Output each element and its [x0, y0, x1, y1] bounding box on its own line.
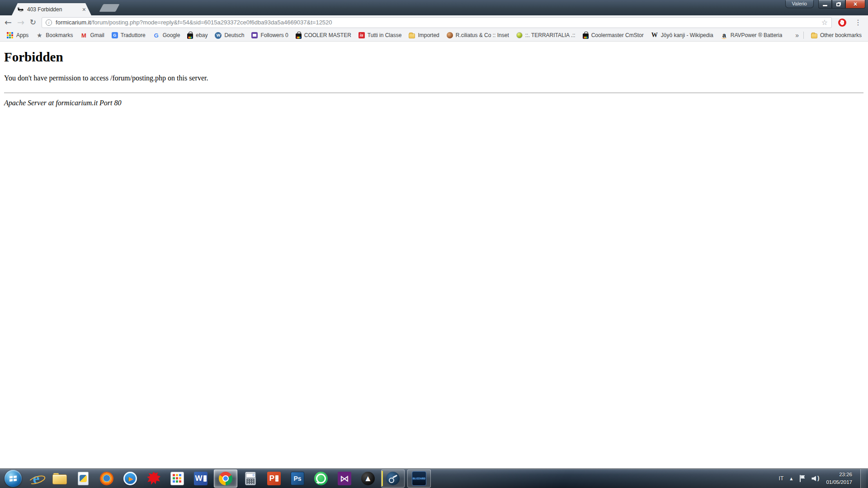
google-icon	[153, 32, 160, 39]
tab-title: 403 Forbidden	[27, 6, 78, 13]
taskbar-firefox[interactable]	[95, 469, 118, 488]
page-info-icon[interactable]: i	[46, 19, 52, 26]
address-bar[interactable]: i formicarium.it/forum/posting.php?mode=…	[42, 17, 832, 28]
firefox-icon	[100, 472, 113, 485]
taskbar-internet-explorer[interactable]	[24, 469, 48, 488]
taskbar-steam[interactable]	[381, 469, 405, 488]
taskbar-photoshop[interactable]	[286, 469, 309, 488]
ppt-icon	[267, 472, 281, 485]
steam-icon	[386, 472, 400, 485]
bookmarks-bar: Apps Bookmarks Gmail Traduttore Google e…	[0, 29, 868, 42]
restore-button[interactable]	[832, 0, 845, 9]
bookmark-terraritalia[interactable]: ::. TERRARITALIA .::	[514, 31, 578, 39]
pixel-creature-icon	[147, 472, 160, 485]
taskbar-chrome[interactable]	[214, 469, 237, 488]
wikipedia-icon	[651, 32, 658, 39]
translate-icon	[112, 32, 118, 38]
bookmark-ebay[interactable]: ebay	[184, 31, 210, 40]
back-icon[interactable]: ←	[5, 18, 12, 27]
color-grid-icon	[170, 472, 184, 485]
reload-icon[interactable]: ↻	[30, 19, 36, 26]
bookmark-cooler-master-cm[interactable]: COOLER MASTER CM	[293, 31, 354, 40]
taskbar-calculator[interactable]	[239, 469, 262, 488]
tray-date: 01/05/2017	[826, 479, 852, 486]
taskbar-powerpoint[interactable]	[262, 469, 286, 488]
taskbar-color-grid-app[interactable]	[165, 469, 189, 488]
restore-icon	[836, 3, 840, 6]
shopping-bag-icon	[296, 33, 302, 39]
adblock-extension-icon[interactable]	[837, 18, 847, 28]
tab-403-forbidden[interactable]: 403 Forbidden ×	[12, 3, 91, 15]
calc-icon	[245, 472, 256, 485]
language-indicator[interactable]: IT	[779, 475, 784, 482]
bookmark-traduttore[interactable]: Traduttore	[109, 31, 148, 39]
profile-badge[interactable]: Valerio	[785, 0, 814, 8]
bookmark-ravpower-batteria[interactable]: RAVPower ® Batteria	[718, 31, 785, 40]
ant-favicon-icon	[17, 6, 24, 13]
error-message: You don't have permission to access /for…	[4, 74, 863, 82]
bookmark-j-y-kanji-wikipedia[interactable]: Jōyō kanji - Wikipedia	[648, 31, 716, 40]
taskbar-visual-studio[interactable]	[333, 469, 356, 488]
bookmark-apps[interactable]: Apps	[4, 31, 31, 40]
bookmark-followers-0[interactable]: Followers 0	[249, 31, 291, 39]
unity-icon	[361, 472, 375, 485]
ps-icon	[291, 472, 304, 485]
ie-icon	[29, 472, 43, 485]
bookmark-coolermaster-cmstor[interactable]: Coolermaster CmStor	[580, 31, 646, 40]
titlebar: 403 Forbidden × Valerio ×	[0, 0, 868, 15]
bookmark-star-icon[interactable]: ☆	[821, 19, 828, 26]
apps-grid-icon	[6, 32, 14, 39]
horizontal-rule	[4, 93, 863, 93]
other-bookmarks-button[interactable]: Other bookmarks	[808, 31, 864, 39]
bookmark-tutti-in-classe[interactable]: Tutti in Classe	[356, 31, 405, 39]
taskbar: IT ▲ 23:26 01/05/2017	[0, 469, 868, 488]
word-icon	[194, 472, 208, 485]
folder-icon	[409, 33, 415, 38]
bookmark-google[interactable]: Google	[150, 31, 183, 40]
taskbar-media-player[interactable]	[118, 469, 142, 488]
url-text[interactable]: formicarium.it/forum/posting.php?mode=re…	[56, 19, 818, 26]
bookmarks-divider	[803, 32, 804, 39]
python-icon	[78, 472, 89, 485]
minimize-button[interactable]	[818, 0, 832, 9]
taskbar-windows-explorer[interactable]	[48, 469, 71, 488]
tray-time: 23:26	[826, 471, 852, 479]
error-page: Forbidden You don't have permission to a…	[0, 42, 868, 447]
volume-icon[interactable]	[811, 475, 820, 482]
page-title: Forbidden	[4, 50, 863, 65]
amazon-icon	[721, 32, 728, 39]
taskbar-word[interactable]	[189, 469, 212, 488]
bookmark-r-ciliatus-co-inset[interactable]: R.ciliatus & Co :: Inset	[444, 31, 512, 39]
bookmark-gmail[interactable]: Gmail	[77, 31, 107, 40]
folder-icon	[811, 33, 817, 38]
chrome-icon	[219, 472, 232, 485]
bookmark-imported[interactable]: Imported	[406, 31, 442, 39]
twitch-icon	[251, 32, 258, 38]
vs-icon	[338, 472, 351, 485]
tab-close-icon[interactable]: ×	[81, 6, 87, 13]
close-icon: ×	[854, 0, 857, 8]
is-badge-icon	[359, 32, 365, 38]
taskbar-blizzard[interactable]	[407, 469, 431, 488]
shopping-bag-icon	[583, 33, 589, 39]
clock[interactable]: 23:26 01/05/2017	[826, 471, 854, 486]
action-center-flag-icon[interactable]	[799, 475, 805, 482]
browser-menu-icon[interactable]: ⋮	[853, 18, 863, 27]
bookmark-bookmarks[interactable]: Bookmarks	[33, 31, 75, 40]
new-tab-button[interactable]	[99, 4, 119, 12]
bookmarks-overflow-icon[interactable]: »	[795, 32, 799, 39]
forward-icon: →	[17, 18, 24, 27]
minimize-icon	[823, 5, 827, 6]
bookmark-deutsch[interactable]: Deutsch	[212, 31, 247, 40]
taskbar-unity[interactable]	[356, 469, 380, 488]
show-desktop-button[interactable]	[860, 469, 866, 488]
hidden-icons-chevron-icon[interactable]: ▲	[790, 477, 793, 481]
wordpress-icon	[215, 32, 222, 39]
screen: 403 Forbidden × Valerio × ← → ↻ i formic…	[0, 0, 868, 488]
blizzard-icon	[412, 471, 426, 486]
taskbar-whatsapp[interactable]	[309, 469, 333, 488]
start-button[interactable]	[5, 470, 22, 487]
taskbar-python[interactable]	[71, 469, 95, 488]
close-window-button[interactable]: ×	[845, 0, 865, 9]
taskbar-pixel-creature-app[interactable]	[142, 469, 165, 488]
